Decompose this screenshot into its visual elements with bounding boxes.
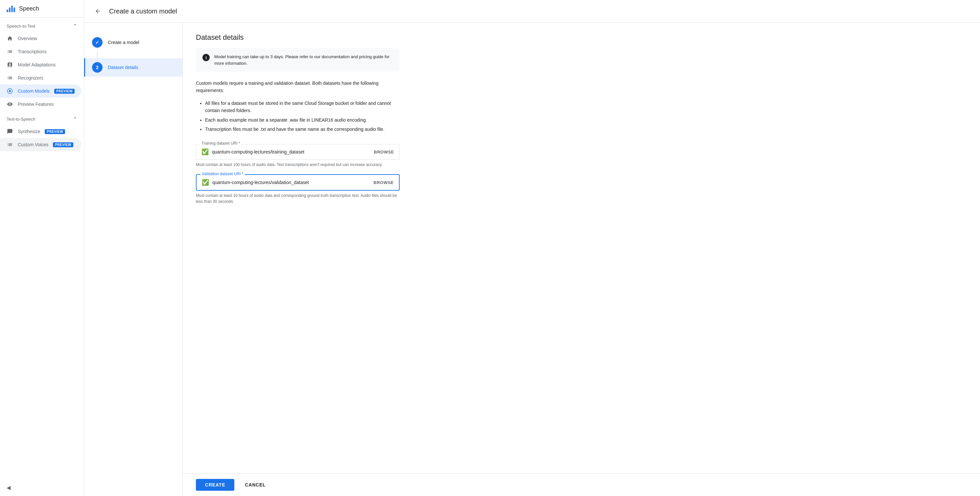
- logo-bar-4: [13, 8, 15, 12]
- stepper-panel: ✓ Create a model 2 Dataset details: [84, 23, 183, 496]
- requirement-item-1: All files for a dataset must be stored i…: [205, 100, 399, 114]
- logo-bar-1: [6, 10, 8, 12]
- custom-models-preview-badge: PREVIEW: [54, 89, 75, 94]
- sidebar-item-transcriptions[interactable]: Transcriptions: [0, 45, 81, 58]
- logo-bar-2: [9, 8, 11, 12]
- sidebar-label-overview: Overview: [18, 36, 37, 41]
- recognizers-icon: [6, 75, 13, 81]
- sidebar-label-preview-features: Preview Features: [18, 102, 54, 107]
- tts-chevron-icon: [73, 116, 77, 122]
- requirements-list: All files for a dataset must be stored i…: [196, 100, 399, 135]
- stt-chevron-icon: [73, 23, 77, 29]
- collapse-icon: ◀: [6, 485, 11, 491]
- sidebar-label-synthesize: Synthesize: [18, 129, 40, 134]
- training-dataset-input[interactable]: [212, 149, 371, 154]
- validation-dataset-input[interactable]: [212, 180, 371, 185]
- transcriptions-icon: [6, 48, 13, 55]
- sidebar-label-transcriptions: Transcriptions: [18, 49, 46, 54]
- validation-browse-button[interactable]: BROWSE: [374, 180, 394, 185]
- sidebar-item-recognizers[interactable]: Recognizers: [0, 72, 81, 84]
- dataset-details-panel: Dataset details i Model training can tak…: [183, 23, 980, 473]
- training-dataset-container: Training dataset URI * ✅ BROWSE: [196, 144, 399, 160]
- sidebar-item-model-adaptations[interactable]: Model Adaptations: [0, 58, 81, 72]
- requirement-item-2: Each audio example must be a separate .w…: [205, 116, 399, 124]
- dataset-title: Dataset details: [196, 33, 967, 42]
- training-browse-button[interactable]: BROWSE: [374, 149, 395, 154]
- back-button[interactable]: [92, 5, 104, 17]
- info-icon: i: [202, 54, 210, 61]
- step-2-circle: 2: [92, 62, 103, 73]
- description-text: Custom models require a training and val…: [196, 79, 399, 94]
- sidebar-item-preview-features[interactable]: Preview Features: [0, 98, 81, 111]
- page-title: Create a custom model: [109, 8, 177, 15]
- training-field-hint: Must contain at least 100 hours of audio…: [196, 162, 399, 168]
- sidebar-label-custom-voices: Custom Voices: [18, 142, 48, 147]
- action-bar: CREATE CANCEL: [183, 473, 980, 496]
- step-1-circle: ✓: [92, 37, 103, 48]
- sidebar-item-synthesize[interactable]: Synthesize PREVIEW: [0, 125, 81, 138]
- sidebar-collapse-button[interactable]: ◀: [0, 479, 84, 496]
- info-box: i Model training can take up to 3 days. …: [196, 48, 399, 72]
- sidebar-label-recognizers: Recognizers: [18, 75, 43, 81]
- validation-check-icon: ✅: [202, 179, 209, 186]
- sidebar: Speech Speech-to-Text Overview Transcrip…: [0, 0, 84, 496]
- stt-label: Speech-to-Text: [6, 24, 35, 29]
- requirement-item-3: Transcription files must be .txt and hav…: [205, 126, 399, 133]
- app-title: Speech: [19, 5, 39, 12]
- synthesize-icon: [6, 128, 13, 135]
- step-1-label: Create a model: [108, 40, 139, 45]
- create-button[interactable]: CREATE: [196, 479, 234, 491]
- content-area: ✓ Create a model 2 Dataset details Datas…: [84, 23, 980, 496]
- logo-bar-3: [11, 6, 13, 12]
- sidebar-item-overview[interactable]: Overview: [0, 32, 81, 45]
- tts-label: Text-to-Speech: [6, 117, 35, 122]
- info-text: Model training can take up to 3 days. Pl…: [214, 54, 393, 67]
- custom-voices-preview-badge: PREVIEW: [53, 142, 73, 147]
- validation-dataset-label: Validation dataset URI *: [200, 172, 245, 176]
- sidebar-item-custom-models[interactable]: Custom Models PREVIEW: [0, 84, 81, 98]
- step-2-label: Dataset details: [108, 65, 138, 70]
- main-content: Create a custom model ✓ Create a model 2…: [84, 0, 980, 496]
- validation-field-hint: Must contain at least 10 hours of audio …: [196, 192, 399, 205]
- validation-dataset-container: Validation dataset URI * ✅ BROWSE: [196, 174, 399, 191]
- training-dataset-label: Training dataset URI *: [200, 141, 242, 146]
- model-adaptations-icon: [6, 62, 13, 68]
- top-bar: Create a custom model: [84, 0, 980, 23]
- synthesize-preview-badge: PREVIEW: [45, 129, 65, 134]
- step-create-model[interactable]: ✓ Create a model: [92, 33, 175, 52]
- step-dataset-details[interactable]: 2 Dataset details: [84, 58, 182, 76]
- preview-features-icon: [6, 101, 13, 108]
- cancel-button[interactable]: CANCEL: [240, 479, 271, 491]
- home-icon: [6, 35, 13, 42]
- training-check-icon: ✅: [202, 148, 209, 156]
- sidebar-header: Speech: [0, 0, 84, 18]
- tts-section[interactable]: Text-to-Speech: [0, 111, 84, 125]
- custom-models-icon: [6, 88, 13, 94]
- app-logo: [6, 6, 15, 12]
- sidebar-item-custom-voices[interactable]: Custom Voices PREVIEW: [0, 138, 81, 151]
- svg-point-1: [9, 90, 11, 92]
- training-dataset-field-group: Training dataset URI * ✅ BROWSE Must con…: [196, 144, 399, 168]
- sidebar-label-custom-models: Custom Models: [18, 88, 49, 94]
- step-connector: [97, 52, 98, 58]
- custom-voices-icon: [6, 141, 13, 148]
- validation-dataset-field-group: Validation dataset URI * ✅ BROWSE Must c…: [196, 174, 399, 205]
- sidebar-label-model-adaptations: Model Adaptations: [18, 62, 56, 67]
- stt-section[interactable]: Speech-to-Text: [0, 18, 84, 32]
